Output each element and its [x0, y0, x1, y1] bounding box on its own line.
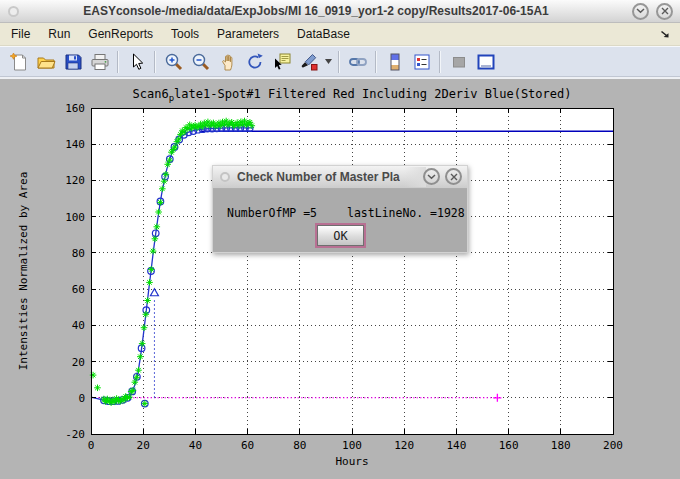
svg-text:100: 100 — [342, 439, 362, 452]
toolbar-separator — [338, 51, 340, 73]
menu-parameters[interactable]: Parameters — [208, 24, 288, 44]
window-titlebar[interactable]: EASYconsole-/media/data/ExpJobs/MI 16_09… — [0, 0, 680, 23]
svg-text:120: 120 — [394, 439, 414, 452]
svg-text:180: 180 — [551, 439, 571, 452]
window-collapse-button[interactable] — [632, 3, 649, 20]
dialog-close-button[interactable] — [445, 168, 462, 185]
new-document-icon — [9, 52, 29, 72]
svg-text:60: 60 — [241, 439, 254, 452]
menu-detach-button[interactable] — [659, 28, 671, 43]
plot-tools-window-icon — [476, 52, 496, 72]
svg-text:0: 0 — [88, 439, 95, 452]
toolbar-separator — [375, 51, 377, 73]
svg-text:200: 200 — [603, 439, 623, 452]
svg-text:160: 160 — [65, 102, 85, 115]
svg-text:40: 40 — [72, 319, 85, 332]
svg-text:80: 80 — [293, 439, 306, 452]
zoom-out-button[interactable] — [187, 49, 214, 75]
dropdown-arrow-icon — [325, 59, 332, 64]
ok-button[interactable]: OK — [317, 225, 364, 246]
save-button[interactable] — [59, 49, 86, 75]
svg-text:100: 100 — [65, 211, 85, 224]
open-file-button[interactable] — [32, 49, 59, 75]
pan-tool-button[interactable] — [214, 49, 241, 75]
print-button[interactable] — [86, 49, 113, 75]
toolbar-separator — [154, 51, 156, 73]
y-axis-label: Intensities Normalized by Area — [17, 172, 30, 371]
plot-canvas[interactable]: 020406080100120140160180200-200204060801… — [0, 79, 680, 479]
menu-tools[interactable]: Tools — [162, 24, 208, 44]
dialog-menu-circle-icon[interactable] — [220, 172, 230, 182]
legend-icon — [412, 52, 432, 72]
rotate-arrow-icon — [245, 52, 265, 72]
lastlineno-value: lastLineNo. =1928 — [347, 206, 465, 220]
toolbar-separator — [439, 51, 441, 73]
svg-text:140: 140 — [65, 138, 85, 151]
chain-link-icon — [348, 52, 368, 72]
new-document-button[interactable] — [5, 49, 32, 75]
brush-tool-button[interactable] — [295, 49, 322, 75]
dialog-collapse-button[interactable] — [423, 168, 440, 185]
colormap-button[interactable] — [381, 49, 408, 75]
svg-text:20: 20 — [137, 439, 150, 452]
svg-text:80: 80 — [72, 247, 85, 260]
close-icon — [661, 7, 669, 15]
app-window: EASYconsole-/media/data/ExpJobs/MI 16_09… — [0, 0, 680, 479]
toolbar — [0, 46, 680, 77]
svg-text:0: 0 — [78, 392, 85, 405]
window-menu-circle-icon[interactable] — [8, 6, 19, 17]
svg-text:-20: -20 — [65, 428, 85, 441]
menu-run[interactable]: Run — [39, 24, 79, 44]
zoom-in-button[interactable] — [160, 49, 187, 75]
svg-text:20: 20 — [72, 356, 85, 369]
dialog-info-text: NumberOfMP =5lastLineNo. =1928 — [227, 206, 465, 220]
chevron-down-icon — [636, 8, 645, 14]
zoom-in-icon — [164, 52, 184, 72]
menu-bar: File Run GenReports Tools Parameters Dat… — [0, 23, 680, 46]
menu-database[interactable]: DataBase — [288, 24, 359, 44]
svg-text:140: 140 — [446, 439, 466, 452]
menu-file[interactable]: File — [2, 24, 39, 44]
check-master-plates-dialog: Check Number of Master Pla NumberOfMP =5… — [212, 165, 468, 253]
save-floppy-icon — [63, 52, 83, 72]
datatip-icon — [272, 52, 292, 72]
svg-text:40: 40 — [189, 439, 202, 452]
cursor-arrow-icon — [127, 52, 147, 72]
chevron-down-icon — [427, 174, 436, 180]
data-cursor-button[interactable] — [268, 49, 295, 75]
disabled-tool-button — [445, 49, 472, 75]
window-title: EASYconsole-/media/data/ExpJobs/MI 16_09… — [0, 4, 632, 18]
show-plot-tools-button[interactable] — [472, 49, 499, 75]
printer-icon — [90, 52, 110, 72]
insert-legend-button[interactable] — [408, 49, 435, 75]
hand-icon — [218, 52, 238, 72]
brush-icon — [299, 52, 319, 72]
numberofmp-value: NumberOfMP =5 — [227, 206, 317, 220]
svg-text:120: 120 — [65, 174, 85, 187]
x-axis-label: Hours — [335, 455, 368, 468]
colormap-icon — [385, 52, 405, 72]
brush-dropdown-button[interactable] — [322, 49, 334, 75]
pointer-tool-button[interactable] — [123, 49, 150, 75]
detach-arrow-icon — [659, 28, 671, 40]
zoom-out-icon — [191, 52, 211, 72]
dialog-title: Check Number of Master Pla — [237, 170, 400, 184]
rotate-3d-button[interactable] — [241, 49, 268, 75]
toolbar-separator — [117, 51, 119, 73]
close-icon — [450, 173, 458, 181]
open-folder-icon — [36, 52, 56, 72]
svg-text:160: 160 — [499, 439, 519, 452]
window-close-button[interactable] — [656, 3, 673, 20]
menu-genreports[interactable]: GenReports — [79, 24, 162, 44]
svg-text:60: 60 — [72, 283, 85, 296]
link-plots-button[interactable] — [344, 49, 371, 75]
figure-area: Scan6plate1-Spot#1 Filtered Red Includin… — [0, 77, 680, 479]
dialog-titlebar[interactable]: Check Number of Master Pla — [213, 166, 467, 189]
disabled-square-icon — [449, 52, 469, 72]
